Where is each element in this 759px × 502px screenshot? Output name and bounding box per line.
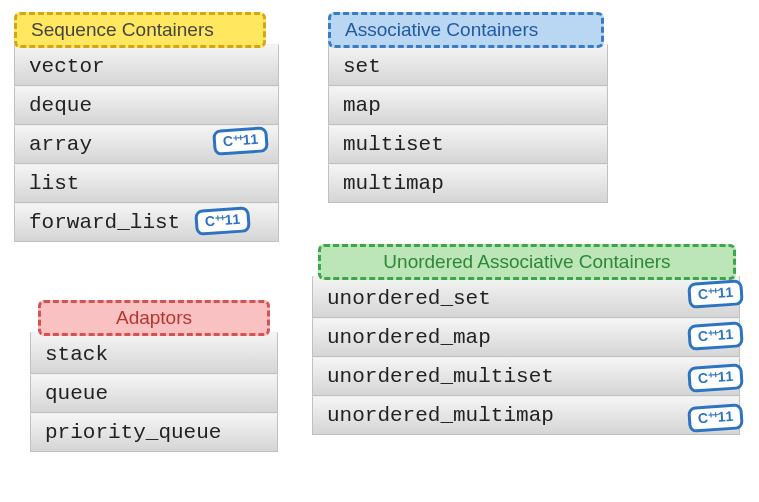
cpp11-badge: C++11 <box>687 363 744 393</box>
list-item: queue <box>30 374 278 413</box>
item-label: deque <box>29 94 92 117</box>
item-label: unordered_multimap <box>327 404 554 427</box>
list-item: list <box>14 164 279 203</box>
item-label: unordered_multiset <box>327 365 554 388</box>
item-label: set <box>343 55 381 78</box>
unordered-header: Unordered Associative Containers <box>318 244 736 280</box>
item-label: priority_queue <box>45 421 221 444</box>
sequence-containers-box: Sequence Containers vector deque array C… <box>14 12 276 242</box>
cpp11-badge: C++11 <box>194 206 251 236</box>
list-item: array C++11 <box>14 125 279 164</box>
item-label: vector <box>29 55 105 78</box>
item-label: forward_list <box>29 211 180 234</box>
item-label: queue <box>45 382 108 405</box>
cpp11-badge: C++11 <box>687 279 744 309</box>
list-item: unordered_set C++11 <box>312 276 740 318</box>
associative-item-list: set map multiset multimap <box>328 44 608 203</box>
associative-containers-box: Associative Containers set map multiset … <box>328 12 608 203</box>
list-item: multimap <box>328 164 608 203</box>
sequence-header: Sequence Containers <box>14 12 266 48</box>
item-label: stack <box>45 343 108 366</box>
list-item: unordered_multiset C++11 <box>312 357 740 396</box>
list-item: set <box>328 44 608 86</box>
list-item: forward_list C++11 <box>14 203 279 242</box>
list-item: unordered_multimap C++11 <box>312 396 740 435</box>
item-label: array <box>29 133 92 156</box>
adaptors-item-list: stack queue priority_queue <box>30 332 278 452</box>
list-item: priority_queue <box>30 413 278 452</box>
list-item: stack <box>30 332 278 374</box>
sequence-item-list: vector deque array C++11 list forward_li… <box>14 44 276 242</box>
item-label: map <box>343 94 381 117</box>
item-label: unordered_map <box>327 326 491 349</box>
item-label: multiset <box>343 133 444 156</box>
item-label: list <box>29 172 79 195</box>
cpp11-badge: C++11 <box>687 321 744 351</box>
list-item: vector <box>14 44 279 86</box>
item-label: unordered_set <box>327 287 491 310</box>
list-item: map <box>328 86 608 125</box>
item-label: multimap <box>343 172 444 195</box>
list-item: deque <box>14 86 279 125</box>
adaptors-box: Adaptors stack queue priority_queue <box>30 300 278 452</box>
associative-header: Associative Containers <box>328 12 604 48</box>
list-item: unordered_map C++11 <box>312 318 740 357</box>
adaptors-header: Adaptors <box>38 300 270 336</box>
cpp11-badge: C++11 <box>687 403 744 433</box>
list-item: multiset <box>328 125 608 164</box>
unordered-item-list: unordered_set C++11 unordered_map C++11 … <box>312 276 740 435</box>
cpp11-badge: C++11 <box>212 126 269 156</box>
unordered-associative-box: Unordered Associative Containers unorder… <box>312 244 740 435</box>
